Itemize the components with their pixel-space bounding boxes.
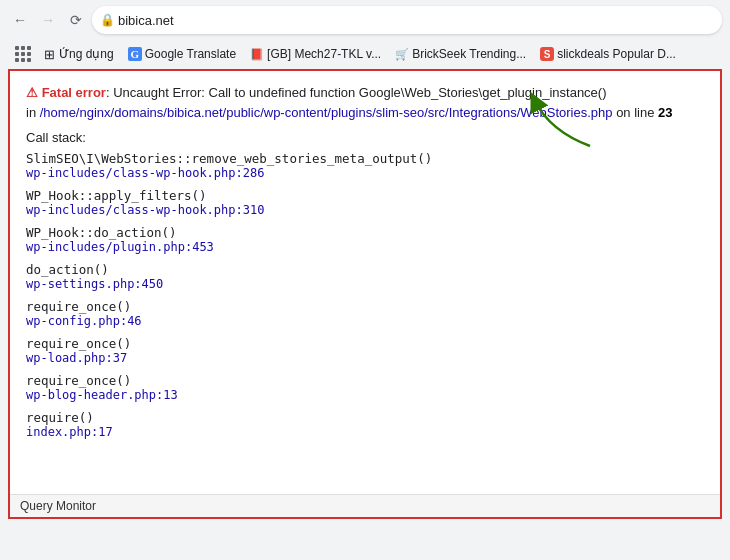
- stack-file-3: wp-settings.php:450: [26, 277, 704, 291]
- address-bar-wrapper: 🔒: [92, 6, 722, 34]
- forward-button[interactable]: →: [36, 8, 60, 32]
- stack-file-7: index.php:17: [26, 425, 704, 439]
- stack-func-3: do_action(): [26, 262, 704, 277]
- stack-file-4: wp-config.php:46: [26, 314, 704, 328]
- stack-func-6: require_once(): [26, 373, 704, 388]
- slickdeals-icon: S: [540, 47, 554, 61]
- ung-dung-icon: ⊞: [42, 47, 56, 61]
- fatal-error-label: Fatal error: [42, 85, 106, 100]
- call-stack-label: Call stack:: [26, 130, 704, 145]
- error-header: ⚠ Fatal error: Uncaught Error: Call to u…: [26, 83, 704, 122]
- bookmark-mech27[interactable]: 📕 [GB] Mech27-TKL v...: [244, 45, 387, 63]
- stack-entries: SlimSEO\I\WebStories::remove_web_stories…: [26, 151, 704, 439]
- error-in-text: in: [26, 105, 40, 120]
- stack-func-7: require(): [26, 410, 704, 425]
- stack-item-6: require_once() wp-blog-header.php:13: [26, 373, 704, 402]
- address-input[interactable]: [92, 6, 722, 34]
- google-translate-icon: G: [128, 47, 142, 61]
- bookmark-mech27-label: [GB] Mech27-TKL v...: [267, 47, 381, 61]
- stack-func-2: WP_Hook::do_action(): [26, 225, 704, 240]
- stack-file-6: wp-blog-header.php:13: [26, 388, 704, 402]
- apps-grid-button[interactable]: [12, 43, 34, 65]
- stack-func-0: SlimSEO\I\WebStories::remove_web_stories…: [26, 151, 704, 166]
- stack-item-2: WP_Hook::do_action() wp-includes/plugin.…: [26, 225, 704, 254]
- bookmarks-bar: ⊞ Ứng dụng G Google Translate 📕 [GB] Mec…: [8, 40, 722, 69]
- stack-func-4: require_once(): [26, 299, 704, 314]
- stack-file-0: wp-includes/class-wp-hook.php:286: [26, 166, 704, 180]
- query-monitor-label: Query Monitor: [20, 499, 96, 513]
- lock-icon: 🔒: [100, 13, 115, 27]
- bookmark-ung-dung-label: Ứng dụng: [59, 47, 114, 61]
- stack-item-4: require_once() wp-config.php:46: [26, 299, 704, 328]
- bookmark-slickdeals[interactable]: S slickdeals Popular D...: [534, 45, 682, 63]
- stack-item-7: require() index.php:17: [26, 410, 704, 439]
- browser-chrome: ← → ⟳ 🔒 ⊞ Ứng dụng G Google Translate 📕 …: [0, 0, 730, 69]
- bookmark-slickdeals-label: slickdeals Popular D...: [557, 47, 676, 61]
- stack-file-2: wp-includes/plugin.php:453: [26, 240, 704, 254]
- stack-item-1: WP_Hook::apply_filters() wp-includes/cla…: [26, 188, 704, 217]
- brickseek-icon: 🛒: [395, 47, 409, 61]
- bookmark-google-translate-label: Google Translate: [145, 47, 236, 61]
- error-page-content: ⚠ Fatal error: Uncaught Error: Call to u…: [8, 69, 722, 519]
- bookmark-brickseek[interactable]: 🛒 BrickSeek Trending...: [389, 45, 532, 63]
- stack-item-3: do_action() wp-settings.php:450: [26, 262, 704, 291]
- query-monitor-bar[interactable]: Query Monitor: [10, 494, 720, 517]
- error-message: Uncaught Error: Call to undefined functi…: [110, 85, 607, 100]
- stack-item-0: SlimSEO\I\WebStories::remove_web_stories…: [26, 151, 704, 180]
- stack-item-5: require_once() wp-load.php:37: [26, 336, 704, 365]
- stack-func-1: WP_Hook::apply_filters(): [26, 188, 704, 203]
- stack-file-5: wp-load.php:37: [26, 351, 704, 365]
- error-on-line: on line: [613, 105, 659, 120]
- error-file-path: /home/nginx/domains/bibica.net/public/wp…: [40, 105, 613, 120]
- nav-bar: ← → ⟳ 🔒: [8, 6, 722, 34]
- fatal-error-icon: ⚠: [26, 85, 42, 100]
- bookmark-ung-dung[interactable]: ⊞ Ứng dụng: [36, 45, 120, 63]
- stack-func-5: require_once(): [26, 336, 704, 351]
- refresh-button[interactable]: ⟳: [64, 8, 88, 32]
- bookmark-brickseek-label: BrickSeek Trending...: [412, 47, 526, 61]
- bookmark-google-translate[interactable]: G Google Translate: [122, 45, 242, 63]
- error-line-number: 23: [658, 105, 672, 120]
- back-button[interactable]: ←: [8, 8, 32, 32]
- apps-dots-icon: [15, 46, 31, 62]
- mech27-icon: 📕: [250, 47, 264, 61]
- stack-file-1: wp-includes/class-wp-hook.php:310: [26, 203, 704, 217]
